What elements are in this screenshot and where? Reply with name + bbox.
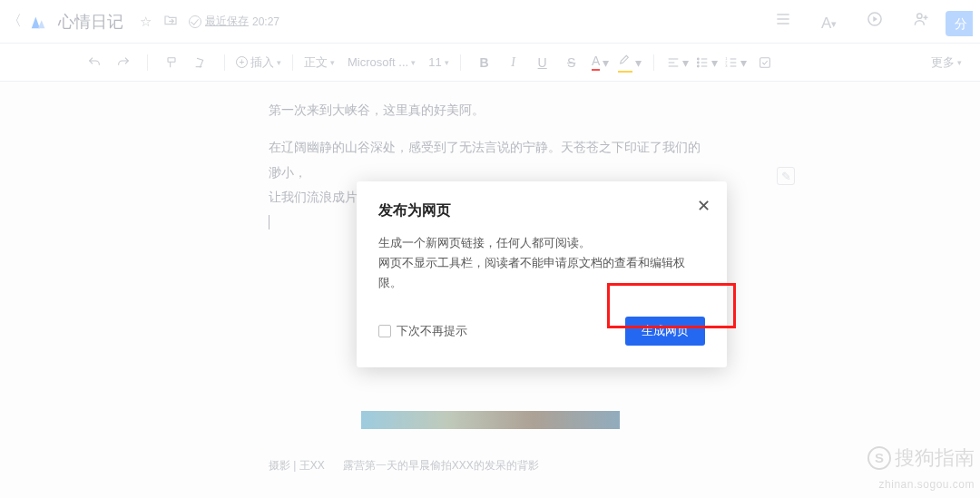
close-icon[interactable]: ✕ bbox=[697, 198, 710, 214]
generate-webpage-button[interactable]: 生成网页 bbox=[625, 317, 705, 346]
dont-show-again-checkbox[interactable]: 下次不再提示 bbox=[378, 323, 467, 339]
publish-webpage-modal: ✕ 发布为网页 生成一个新网页链接，任何人都可阅读。 网页不显示工具栏，阅读者不… bbox=[357, 181, 727, 367]
modal-overlay: ✕ 发布为网页 生成一个新网页链接，任何人都可阅读。 网页不显示工具栏，阅读者不… bbox=[0, 0, 980, 498]
modal-text-1: 生成一个新网页链接，任何人都可阅读。 bbox=[378, 233, 705, 253]
checkbox-icon bbox=[378, 325, 391, 337]
modal-title: 发布为网页 bbox=[378, 201, 705, 220]
modal-text-2: 网页不显示工具栏，阅读者不能申请原文档的查看和编辑权限。 bbox=[378, 253, 705, 293]
